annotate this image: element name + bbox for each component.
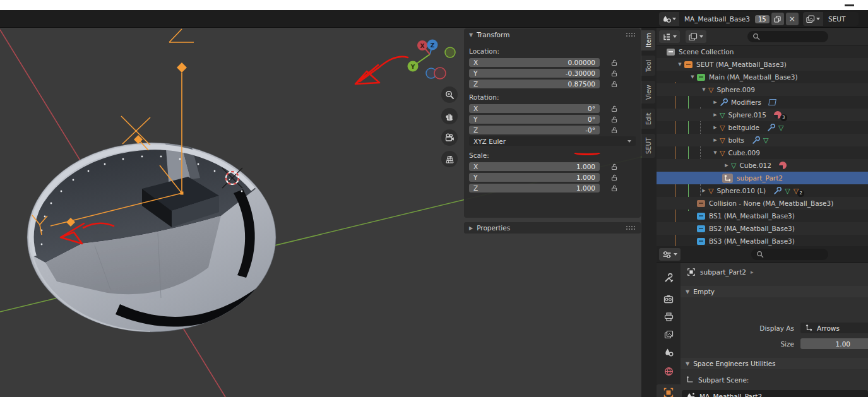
outliner-display-mode-button[interactable] bbox=[686, 30, 706, 43]
camera-view-button[interactable] bbox=[441, 129, 458, 146]
disclosure-triangle-icon[interactable]: ▶ bbox=[711, 138, 720, 143]
mesh-data-icon[interactable]: ▽ bbox=[778, 124, 783, 131]
outliner-row-sphere009[interactable]: ▼ ▽ Sphere.009 bbox=[657, 83, 868, 96]
location-z-field[interactable]: Z 0.87500 bbox=[469, 80, 600, 88]
transform-panel-header[interactable]: ▼ Transform bbox=[464, 28, 641, 41]
outliner-row-cube012[interactable]: ▶ ▽ Cube.012 bbox=[657, 159, 868, 172]
drag-handle-icon[interactable] bbox=[626, 32, 636, 37]
properties-editor-type-button[interactable] bbox=[659, 248, 681, 261]
display-as-dropdown[interactable]: Arrows bbox=[800, 323, 868, 333]
disclosure-triangle-icon[interactable]: ▶ bbox=[699, 188, 708, 193]
unlink-scene-button[interactable]: × bbox=[786, 13, 799, 25]
outliner-row-cube009[interactable]: ▼ ▽ Cube.009 bbox=[657, 146, 868, 159]
view-layer-selector[interactable]: SEUT bbox=[803, 12, 859, 26]
outliner-row-collision-collection[interactable]: Collision - None (MA_Meatball_Base3) bbox=[657, 197, 868, 210]
display-as-value: Arrows bbox=[817, 324, 840, 332]
disclosure-triangle-icon[interactable]: ▶ bbox=[711, 100, 720, 105]
tab-world-properties[interactable] bbox=[657, 363, 681, 379]
material-icon[interactable] bbox=[779, 162, 787, 169]
outliner-row-beltguide[interactable]: ▶ ▽ beltguide ▽ bbox=[657, 121, 868, 134]
seut-panel-header[interactable]: ▼ Space Engineers Utilities bbox=[681, 358, 868, 369]
tab-edit[interactable]: Edit bbox=[641, 109, 655, 129]
scene-users-badge[interactable]: 15 bbox=[755, 15, 770, 23]
scale-x-field[interactable]: X 1.000 bbox=[469, 162, 600, 171]
tab-scene-properties[interactable] bbox=[657, 344, 681, 360]
axis-label: Y bbox=[473, 116, 477, 123]
properties-search-input[interactable] bbox=[751, 249, 828, 260]
rotation-x-field[interactable]: X 0° bbox=[469, 104, 600, 113]
tab-tool[interactable]: Tool bbox=[641, 56, 655, 76]
tab-view[interactable]: View bbox=[641, 81, 655, 104]
subpart-scene-dropdown[interactable]: MA_Meatball_Part2 bbox=[682, 390, 868, 397]
outliner-row-bs1-collection[interactable]: BS1 (MA_Meatball_Base3) bbox=[657, 210, 868, 222]
display-modifier-icon[interactable] bbox=[768, 99, 776, 105]
outliner-row-sphere010[interactable]: ▶ ▽ Sphere.010 (L) ▽ ▽ 2 bbox=[657, 184, 868, 197]
scene-name[interactable]: MA_Meatball_Base3 bbox=[679, 15, 755, 23]
wrench-icon[interactable] bbox=[767, 124, 775, 132]
lock-rotation-y-button[interactable] bbox=[611, 116, 618, 123]
lock-rotation-x-button[interactable] bbox=[611, 105, 618, 112]
outliner-row-subpart-part2[interactable]: subpart_Part2 bbox=[657, 172, 868, 184]
breadcrumb-object-name[interactable]: subpart_Part2 bbox=[700, 268, 746, 276]
location-y-field[interactable]: Y -0.30000 bbox=[469, 69, 600, 78]
outliner-row-modifiers[interactable]: ▶ Modifiers bbox=[657, 96, 868, 109]
view-layer-browse-button[interactable] bbox=[803, 12, 823, 26]
zoom-tool-button[interactable] bbox=[441, 86, 458, 103]
outliner-row-scene-collection[interactable]: Scene Collection bbox=[657, 45, 868, 58]
scale-z-field[interactable]: Z 1.000 bbox=[469, 184, 600, 193]
tab-tool-properties[interactable] bbox=[657, 270, 681, 286]
outliner-row-bs3-collection[interactable]: BS3 (MA_Meatball_Base3) bbox=[657, 235, 868, 247]
view-layer-name[interactable]: SEUT bbox=[823, 15, 859, 23]
outliner-editor-type-button[interactable] bbox=[659, 30, 680, 43]
disclosure-triangle-icon[interactable]: ▶ bbox=[711, 125, 720, 130]
properties-collapsed-panel[interactable]: ▶ Properties bbox=[464, 222, 641, 234]
wrench-icon[interactable] bbox=[773, 187, 782, 195]
tab-item[interactable]: Item bbox=[641, 30, 655, 50]
drag-handle-icon[interactable] bbox=[626, 225, 636, 230]
minimize-icon[interactable] bbox=[845, 4, 854, 6]
tab-object-properties[interactable] bbox=[657, 384, 681, 397]
disclosure-triangle-icon[interactable]: ▶ bbox=[722, 163, 731, 168]
lock-scale-x-button[interactable] bbox=[611, 163, 618, 170]
scene-selector[interactable]: MA_Meatball_Base3 15 × bbox=[659, 12, 800, 26]
rotation-mode-dropdown[interactable]: XYZ Euler bbox=[469, 136, 636, 146]
nav-axis-neg-y[interactable] bbox=[445, 47, 455, 57]
mesh-data-icon[interactable]: ▽ bbox=[785, 187, 790, 194]
new-scene-button[interactable] bbox=[771, 13, 784, 25]
nav-axis-neg-x[interactable] bbox=[434, 68, 446, 79]
lock-location-z-button[interactable] bbox=[611, 81, 618, 88]
location-x-field[interactable]: X 0.00000 bbox=[469, 58, 600, 67]
lock-scale-y-button[interactable] bbox=[611, 174, 618, 181]
disclosure-triangle-icon[interactable]: ▼ bbox=[688, 74, 697, 80]
rotation-z-field[interactable]: Z -0° bbox=[469, 126, 600, 134]
lock-location-y-button[interactable] bbox=[611, 70, 618, 77]
ortho-toggle-button[interactable] bbox=[441, 151, 458, 167]
mesh-data-icon[interactable]: ▽ bbox=[763, 137, 768, 144]
tab-seut[interactable]: SEUT bbox=[641, 134, 655, 158]
mesh-object-icon: ▽ bbox=[720, 137, 725, 144]
size-field[interactable]: 1.00 bbox=[800, 338, 868, 349]
tab-output-properties[interactable] bbox=[657, 309, 681, 325]
outliner-row-main-collection[interactable]: ▼ Main (MA_Meatball_Base3) bbox=[657, 71, 868, 83]
scene-browse-button[interactable] bbox=[659, 12, 679, 26]
nav-gizmo[interactable]: X Z Y bbox=[408, 40, 456, 80]
empty-panel-header[interactable]: ▼ Empty bbox=[681, 286, 868, 297]
outliner-row-bolts[interactable]: ▶ ▽ bolts ▽ bbox=[657, 134, 868, 146]
disclosure-triangle-icon[interactable]: ▼ bbox=[699, 87, 708, 92]
scale-y-field[interactable]: Y 1.000 bbox=[469, 173, 600, 182]
tab-render-properties[interactable] bbox=[657, 291, 681, 307]
lock-scale-z-button[interactable] bbox=[611, 185, 618, 192]
disclosure-triangle-icon[interactable]: ▼ bbox=[675, 62, 684, 67]
lock-rotation-z-button[interactable] bbox=[611, 127, 618, 134]
outliner-row-bs2-collection[interactable]: BS2 (MA_Meatball_Base3) bbox=[657, 222, 868, 235]
pan-tool-button[interactable] bbox=[441, 108, 458, 124]
wrench-icon[interactable] bbox=[752, 136, 760, 145]
rotation-y-field[interactable]: Y 0° bbox=[469, 115, 600, 124]
disclosure-triangle-icon[interactable]: ▶ bbox=[711, 112, 720, 117]
tab-view-layer-properties[interactable] bbox=[657, 326, 681, 343]
outliner-row-sphere015[interactable]: ▶ ▽ Sphere.015 3 bbox=[657, 109, 868, 121]
outliner-row-seut-collection[interactable]: ▼ SEUT (MA_Meatball_Base3) bbox=[657, 58, 868, 71]
lock-location-x-button[interactable] bbox=[611, 59, 618, 66]
outliner-search-input[interactable] bbox=[747, 31, 828, 42]
disclosure-triangle-icon[interactable]: ▼ bbox=[711, 150, 720, 155]
